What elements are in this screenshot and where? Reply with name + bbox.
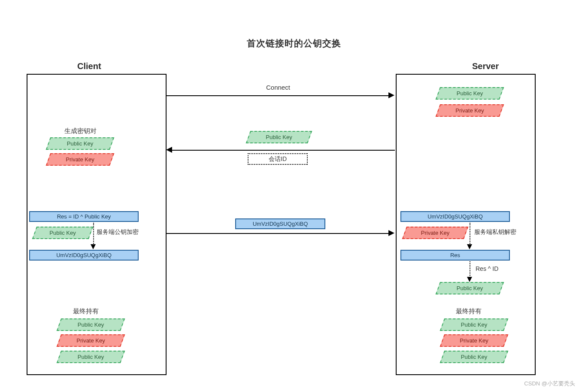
client-heading: Client [77, 61, 101, 71]
server-final-public-key-2: Public Key [440, 351, 509, 363]
client-final-hold-label: 最终持有 [73, 307, 99, 315]
transit-public-key: Public Key [246, 131, 312, 143]
client-final-public-key-1: Public Key [57, 318, 125, 331]
server-dec-dotted [470, 223, 470, 245]
diagram-title: 首次链接时的公钥交换 [0, 37, 588, 49]
res-formula-box: Res = ID ^ Public Key [29, 211, 139, 222]
attribution-watermark: CSDN @小艺要秃头 [524, 380, 575, 388]
server-dec-arrowhead [467, 244, 472, 249]
client-encoded-box: UmVzID0gSUQgXiBQ [29, 250, 139, 261]
server-private-key-top: Private Key [436, 104, 504, 117]
server-final-hold-label: 最终持有 [456, 307, 482, 315]
client-private-key-gen: Private Key [46, 153, 115, 166]
server-heading: Server [472, 61, 499, 71]
server-public-key-top: Public Key [436, 87, 504, 100]
enc-note-left: 服务端公钥加密 [97, 228, 139, 236]
connect-arrow-line [166, 95, 389, 96]
server-encoded-box: UmVzID0gSUQgXiBQ [400, 211, 510, 222]
return-arrow-line [172, 150, 395, 151]
server-xor-dotted [470, 261, 470, 278]
decrypt-with-private-key: Private Key [402, 227, 469, 239]
client-final-private-key: Private Key [57, 334, 125, 347]
client-final-public-key-2: Public Key [57, 351, 125, 363]
dec-note-right: 服务端私钥解密 [474, 228, 516, 236]
connect-label: Connect [266, 84, 290, 91]
connect-arrow-head [388, 92, 394, 98]
encrypt-with-public-key: Public Key [32, 227, 94, 239]
client-enc-arrowhead [91, 244, 96, 249]
transit-encoded-box: UmVzID0gSUQgXiBQ [235, 218, 325, 229]
send-arrow-line [166, 233, 389, 234]
server-derived-public-key: Public Key [436, 282, 504, 294]
server-res-box: Res [400, 250, 510, 261]
client-public-key-gen: Public Key [46, 137, 115, 150]
client-enc-dotted [93, 223, 94, 245]
gen-keypair-label: 生成密钥对 [64, 127, 97, 135]
server-final-public-key-1: Public Key [440, 318, 509, 331]
send-arrow-head [388, 230, 394, 236]
server-final-private-key: Private Key [440, 334, 509, 347]
session-id-box: 会话ID [248, 153, 308, 165]
server-xor-arrowhead [467, 277, 472, 282]
return-arrow-head [166, 147, 172, 153]
res-xor-id-label: Res ^ ID [476, 265, 498, 272]
